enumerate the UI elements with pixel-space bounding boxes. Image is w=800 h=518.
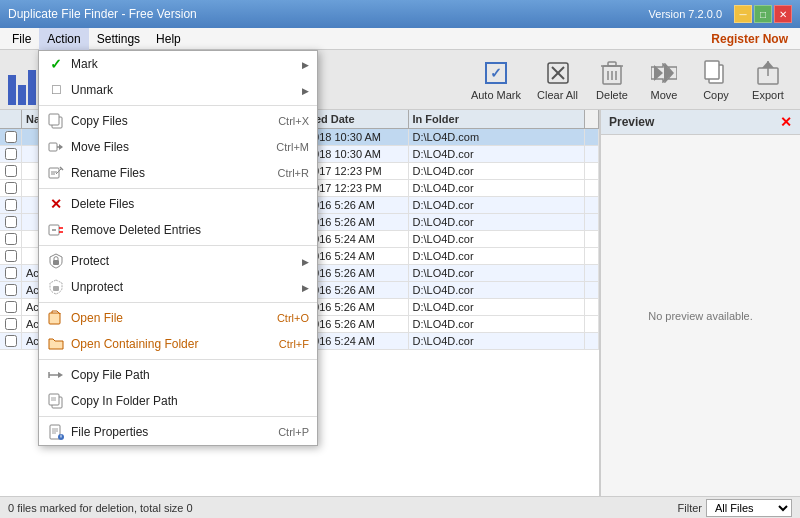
open-file-icon	[47, 309, 65, 327]
copy-label: Copy	[703, 89, 729, 101]
close-button[interactable]: ✕	[774, 5, 792, 23]
maximize-button[interactable]: □	[754, 5, 772, 23]
register-now-label[interactable]: Register Now	[711, 32, 796, 46]
menu-item-remove-deleted-label: Remove Deleted Entries	[71, 223, 309, 237]
copy-icon	[702, 59, 730, 87]
svg-point-48	[61, 435, 62, 436]
menu-item-open-file-label: Open File	[71, 311, 271, 325]
no-preview-text: No preview available.	[648, 310, 753, 322]
menu-item-rename-label: Rename Files	[71, 166, 272, 180]
svg-rect-14	[705, 61, 719, 79]
menu-item-protect[interactable]: Protect	[39, 248, 317, 274]
clear-all-button[interactable]: Clear All	[531, 55, 584, 105]
svg-rect-32	[53, 260, 59, 265]
filter-select[interactable]: All Files Images Audio Video Documents	[706, 499, 792, 517]
unprotect-icon	[47, 278, 65, 296]
copy-button[interactable]: Copy	[692, 55, 740, 105]
menu-item-open-folder-label: Open Containing Folder	[71, 337, 273, 351]
minimize-button[interactable]: ─	[734, 5, 752, 23]
menu-item-unprotect[interactable]: Unprotect	[39, 274, 317, 300]
row-checkbox[interactable]	[5, 284, 17, 296]
separator-3	[39, 245, 317, 246]
menu-item-copy-folder-label: Copy In Folder Path	[71, 394, 309, 408]
menu-item-file-props[interactable]: File Properties Ctrl+P	[39, 419, 317, 445]
menu-item-open-folder[interactable]: Open Containing Folder Ctrl+F	[39, 331, 317, 357]
unmark-icon: ☐	[47, 81, 65, 99]
rename-shortcut: Ctrl+R	[278, 167, 309, 179]
menu-item-open-file[interactable]: Open File Ctrl+O	[39, 305, 317, 331]
menu-item-move-files[interactable]: Move Files Ctrl+M	[39, 134, 317, 160]
row-checkbox[interactable]	[5, 335, 17, 347]
svg-rect-5	[608, 62, 616, 66]
svg-marker-22	[59, 144, 63, 150]
menu-item-unprotect-label: Unprotect	[71, 280, 296, 294]
menu-item-unmark[interactable]: ☐ Unmark	[39, 77, 317, 103]
copy-files-icon	[47, 112, 65, 130]
row-checkbox[interactable]	[5, 216, 17, 228]
row-checkbox-col[interactable]	[0, 129, 22, 145]
col-folder: In Folder	[409, 110, 586, 128]
menu-action[interactable]: Action	[39, 28, 88, 50]
delete-button[interactable]: Delete	[588, 55, 636, 105]
menu-item-copy-files[interactable]: Copy Files Ctrl+X	[39, 108, 317, 134]
row-checkbox[interactable]	[5, 267, 17, 279]
file-props-shortcut: Ctrl+P	[278, 426, 309, 438]
menu-item-remove-deleted[interactable]: Remove Deleted Entries	[39, 217, 317, 243]
row-checkbox[interactable]	[5, 250, 17, 262]
right-panel: Preview ✕ No preview available.	[600, 110, 800, 496]
svg-marker-36	[58, 372, 63, 378]
row-checkbox[interactable]	[5, 165, 17, 177]
menu-item-copy-folder-path[interactable]: Copy In Folder Path	[39, 388, 317, 414]
export-button[interactable]: Export	[744, 55, 792, 105]
menu-item-delete-files[interactable]: ✕ Delete Files	[39, 191, 317, 217]
chart-icon	[8, 55, 38, 105]
preview-content: No preview available.	[601, 135, 800, 496]
row-checkbox[interactable]	[5, 233, 17, 245]
row-checkbox[interactable]	[5, 199, 17, 211]
menu-item-copy-path[interactable]: Copy File Path	[39, 362, 317, 388]
row-checkbox[interactable]	[5, 131, 17, 143]
move-files-shortcut: Ctrl+M	[276, 141, 309, 153]
filter-label: Filter	[678, 502, 702, 514]
menu-item-rename-files[interactable]: Rename Files Ctrl+R	[39, 160, 317, 186]
svg-marker-17	[762, 61, 774, 68]
unmark-submenu-arrow	[302, 84, 309, 96]
col-scrollbar	[585, 110, 599, 128]
separator-4	[39, 302, 317, 303]
filter-area: Filter All Files Images Audio Video Docu…	[678, 499, 792, 517]
row-checkbox[interactable]	[5, 182, 17, 194]
open-folder-icon	[47, 335, 65, 353]
auto-mark-icon: ✓	[482, 59, 510, 87]
menu-item-file-props-label: File Properties	[71, 425, 272, 439]
menu-file[interactable]: File	[4, 28, 39, 50]
delete-label: Delete	[596, 89, 628, 101]
svg-rect-34	[49, 313, 60, 324]
separator-2	[39, 188, 317, 189]
app-title: Duplicate File Finder - Free Version	[8, 7, 197, 21]
auto-mark-button[interactable]: ✓ Auto Mark	[465, 55, 527, 105]
menu-settings[interactable]: Settings	[89, 28, 148, 50]
menu-item-protect-label: Protect	[71, 254, 296, 268]
delete-files-icon: ✕	[47, 195, 65, 213]
separator-6	[39, 416, 317, 417]
preview-close-button[interactable]: ✕	[780, 114, 792, 130]
action-menu-dropdown: ✓ Mark ☐ Unmark Copy Files Ctrl+X	[38, 50, 318, 446]
menu-item-copy-files-label: Copy Files	[71, 114, 272, 128]
unprotect-submenu-arrow	[302, 281, 309, 293]
copy-folder-path-icon	[47, 392, 65, 410]
copy-path-icon	[47, 366, 65, 384]
status-text: 0 files marked for deletion, total size …	[8, 502, 193, 514]
move-button[interactable]: Move	[640, 55, 688, 105]
export-icon	[754, 59, 782, 87]
mark-submenu-arrow	[302, 58, 309, 70]
separator-5	[39, 359, 317, 360]
row-checkbox[interactable]	[5, 318, 17, 330]
delete-icon	[598, 59, 626, 87]
move-files-icon	[47, 138, 65, 156]
move-icon	[650, 59, 678, 87]
row-checkbox[interactable]	[5, 148, 17, 160]
separator-1	[39, 105, 317, 106]
menu-item-mark[interactable]: ✓ Mark	[39, 51, 317, 77]
row-checkbox[interactable]	[5, 301, 17, 313]
menu-help[interactable]: Help	[148, 28, 189, 50]
